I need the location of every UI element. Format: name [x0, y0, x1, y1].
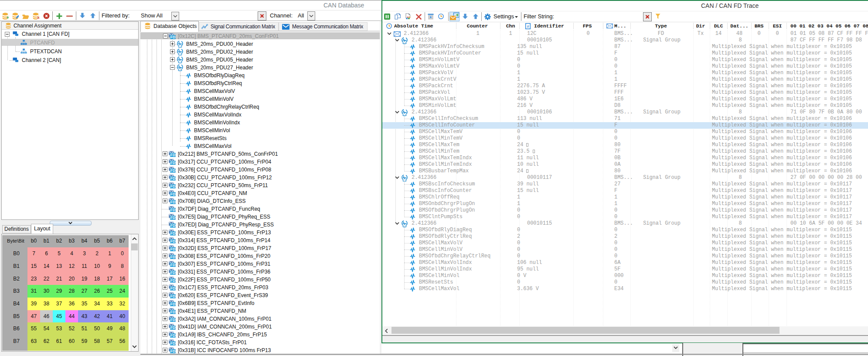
svg-text:FD: FD — [170, 200, 175, 204]
svg-text:FD: FD — [170, 349, 175, 353]
svg-text:FD: FD — [170, 310, 175, 314]
svg-text:FD: FD — [170, 168, 175, 173]
svg-text:FD: FD — [170, 318, 175, 322]
svg-text:FD: FD — [170, 255, 175, 259]
svg-text:FD: FD — [170, 35, 175, 39]
svg-text:FD: FD — [170, 231, 175, 236]
svg-text:FD: FD — [170, 239, 175, 243]
svg-text:FD: FD — [170, 192, 175, 196]
svg-text:FD: FD — [170, 223, 175, 228]
svg-text:FD: FD — [170, 184, 175, 188]
svg-text:FD: FD — [170, 247, 175, 251]
svg-text:FD: FD — [170, 176, 175, 181]
svg-text:FD: FD — [170, 294, 175, 298]
svg-text:FD: FD — [170, 286, 175, 291]
svg-text:FD: FD — [170, 208, 175, 212]
svg-text:FD: FD — [170, 161, 175, 165]
svg-text:FD: FD — [170, 278, 175, 283]
svg-text:FD: FD — [170, 153, 175, 157]
svg-text:FD: FD — [170, 216, 175, 220]
svg-text:FD: FD — [170, 302, 175, 306]
svg-text:FD: FD — [170, 341, 175, 346]
svg-text:FD: FD — [170, 270, 175, 275]
svg-text:#: # — [527, 24, 529, 29]
svg-text:FD: FD — [170, 263, 175, 267]
svg-text:FD: FD — [170, 333, 175, 338]
svg-text:FD: FD — [170, 325, 175, 330]
